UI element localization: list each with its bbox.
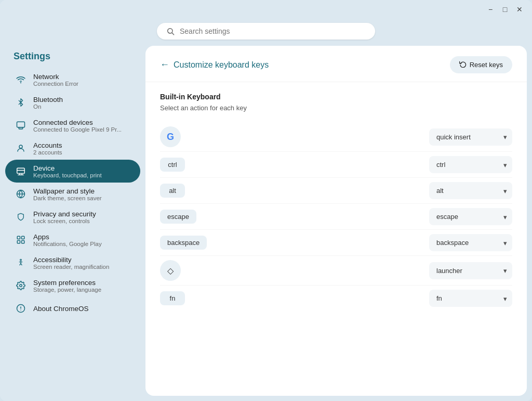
main-layout: Settings Network Connection Error [0, 46, 532, 401]
page-title: Customize keyboard keys [174, 60, 269, 70]
key-badge-ctrl: ctrl [160, 158, 185, 172]
sidebar-item-bluetooth-title: Bluetooth [33, 96, 63, 104]
reset-icon [459, 60, 467, 69]
system-icon [14, 278, 28, 293]
wallpaper-icon [14, 187, 28, 201]
select-wrapper-ctrl: ctrl alt escape backspace launcher fn di… [429, 156, 512, 173]
sidebar-item-connected-devices[interactable]: Connected devices Connected to Google Pi… [5, 114, 140, 137]
content-body: Built-in Keyboard Select an action for e… [145, 82, 527, 396]
key-badge-fn: fn [160, 291, 185, 305]
sidebar-item-device[interactable]: Device Keyboard, touchpad, print [5, 160, 140, 183]
sidebar-item-accessibility-title: Accessibility [33, 256, 109, 264]
privacy-icon [14, 210, 28, 224]
key-row-google: G quick insert launcher ctrl alt escape … [160, 122, 512, 152]
sidebar-item-devices-sub: Connected to Google Pixel 9 Pr... [33, 126, 122, 133]
sidebar-item-network-sub: Connection Error [33, 81, 78, 87]
content-header: ← Customize keyboard keys Reset keys [145, 46, 527, 82]
titlebar: − □ ✕ [0, 0, 532, 19]
key-badge-launcher: ◇ [160, 260, 181, 281]
app-window: − □ ✕ Settings [0, 0, 532, 401]
sidebar-item-system-title: System preferences [33, 279, 101, 287]
select-wrapper-escape: escape ctrl alt backspace launcher fn di… [429, 208, 512, 225]
sidebar-item-privacy-sub: Lock screen, controls [33, 218, 96, 224]
sidebar-item-about-title: About ChromeOS [33, 305, 89, 313]
reset-button-label: Reset keys [470, 61, 503, 69]
back-button[interactable]: ← Customize keyboard keys [160, 59, 269, 70]
select-wrapper-alt: alt ctrl escape backspace launcher fn di… [429, 182, 512, 199]
svg-line-1 [172, 33, 174, 35]
sidebar-item-accessibility[interactable]: Accessibility Screen reader, magnificati… [5, 251, 140, 274]
app-header [0, 19, 532, 46]
sidebar-item-system-sub: Storage, power, language [33, 287, 101, 293]
svg-point-17 [20, 259, 22, 261]
sidebar-item-wallpaper-title: Wallpaper and style [33, 187, 102, 195]
key-row-alt: alt alt ctrl escape backspace launcher f… [160, 178, 512, 204]
content-panel: ← Customize keyboard keys Reset keys Bui… [145, 46, 527, 396]
key-row-launcher: ◇ launcher ctrl alt escape backspace fn … [160, 256, 512, 286]
svg-rect-7 [17, 168, 25, 173]
device-icon [14, 164, 28, 178]
svg-rect-15 [17, 241, 20, 243]
close-button[interactable]: ✕ [513, 3, 526, 16]
key-badge-escape: escape [160, 210, 196, 224]
key-badge-backspace: backspace [160, 236, 207, 250]
svg-point-6 [19, 145, 22, 148]
sidebar-item-about[interactable]: About ChromeOS [5, 297, 140, 320]
reset-keys-button[interactable]: Reset keys [450, 56, 512, 73]
key-badge-alt: alt [160, 184, 185, 198]
wifi-icon [14, 72, 28, 87]
sidebar-item-wallpaper-sub: Dark theme, screen saver [33, 195, 102, 201]
sidebar-item-privacy[interactable]: Privacy and security Lock screen, contro… [5, 205, 140, 228]
svg-rect-14 [22, 236, 24, 239]
key-select-alt[interactable]: alt ctrl escape backspace launcher fn di… [429, 182, 512, 199]
key-select-google[interactable]: quick insert launcher ctrl alt escape ba… [429, 128, 512, 146]
accessibility-icon [14, 255, 28, 270]
devices-icon [14, 118, 28, 133]
select-wrapper-launcher: launcher ctrl alt escape backspace fn di… [429, 262, 512, 279]
svg-point-18 [20, 284, 22, 287]
minimize-button[interactable]: − [484, 3, 497, 16]
key-row-ctrl: ctrl ctrl alt escape backspace launcher … [160, 152, 512, 178]
key-row-fn: fn fn ctrl alt escape backspace launcher… [160, 286, 512, 311]
sidebar-item-device-title: Device [33, 164, 102, 172]
sidebar-item-device-sub: Keyboard, touchpad, print [33, 172, 102, 178]
sidebar-item-apps-title: Apps [33, 233, 102, 241]
key-row-escape: escape escape ctrl alt backspace launche… [160, 204, 512, 230]
sidebar-item-apps[interactable]: Apps Notifications, Google Play [5, 228, 140, 251]
sidebar-item-accessibility-sub: Screen reader, magnification [33, 264, 109, 270]
sidebar-item-wallpaper[interactable]: Wallpaper and style Dark theme, screen s… [5, 183, 140, 205]
key-badge-google: G [160, 126, 181, 147]
search-input[interactable] [180, 27, 366, 35]
svg-rect-13 [17, 236, 20, 239]
search-icon [166, 27, 175, 35]
maximize-button[interactable]: □ [499, 3, 511, 16]
about-icon [14, 301, 28, 316]
back-arrow-icon: ← [160, 59, 169, 70]
section-subtitle: Select an action for each key [160, 104, 512, 112]
svg-rect-3 [17, 122, 25, 127]
app-title: Settings [5, 49, 140, 68]
key-select-escape[interactable]: escape ctrl alt backspace launcher fn di… [429, 208, 512, 225]
select-wrapper-backspace: backspace ctrl alt escape launcher fn di… [429, 234, 512, 251]
key-select-ctrl[interactable]: ctrl alt escape backspace launcher fn di… [429, 156, 512, 173]
apps-icon [14, 232, 28, 247]
sidebar-item-bluetooth-sub: On [33, 104, 63, 110]
sidebar-item-bluetooth[interactable]: Bluetooth On [5, 91, 140, 114]
key-select-fn[interactable]: fn ctrl alt escape backspace launcher di… [429, 290, 512, 307]
section-title: Built-in Keyboard [160, 93, 512, 101]
account-icon [14, 141, 28, 156]
search-bar[interactable] [157, 23, 375, 40]
sidebar-item-system[interactable]: System preferences Storage, power, langu… [5, 274, 140, 297]
sidebar-item-devices-title: Connected devices [33, 119, 122, 126]
sidebar-item-network[interactable]: Network Connection Error [5, 68, 140, 91]
key-select-backspace[interactable]: backspace ctrl alt escape launcher fn di… [429, 234, 512, 251]
sidebar-item-privacy-title: Privacy and security [33, 210, 96, 218]
bluetooth-icon [14, 95, 28, 110]
sidebar-item-accounts[interactable]: Accounts 2 accounts [5, 137, 140, 160]
key-select-launcher[interactable]: launcher ctrl alt escape backspace fn di… [429, 262, 512, 279]
svg-rect-16 [22, 241, 24, 243]
sidebar-item-accounts-sub: 2 accounts [33, 149, 62, 156]
sidebar-item-apps-sub: Notifications, Google Play [33, 241, 102, 247]
select-wrapper-google: quick insert launcher ctrl alt escape ba… [429, 128, 512, 146]
sidebar: Settings Network Connection Error [5, 46, 140, 396]
